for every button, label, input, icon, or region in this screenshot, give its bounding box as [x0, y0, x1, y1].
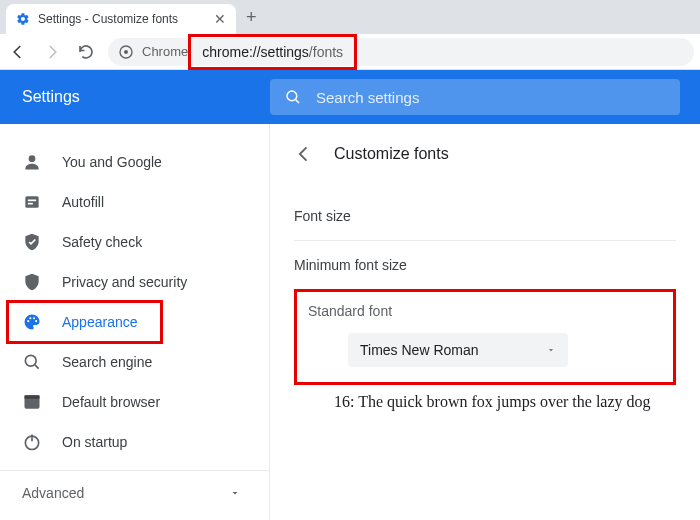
sidebar-item-you-and-google[interactable]: You and Google [0, 142, 253, 182]
browser-toolbar: Chrome chrome://settings/fonts [0, 34, 700, 70]
url-text: chrome://settings/fonts [202, 44, 343, 60]
close-icon[interactable]: ✕ [214, 11, 226, 27]
new-tab-button[interactable]: + [246, 7, 257, 28]
main-panel: Customize fonts Font size Minimum font s… [270, 124, 700, 520]
dropdown-value: Times New Roman [360, 342, 479, 358]
sidebar-item-appearance[interactable]: Appearance [0, 302, 253, 342]
autofill-icon [22, 192, 42, 212]
svg-point-9 [33, 317, 35, 319]
sidebar-advanced[interactable]: Advanced [0, 471, 269, 515]
sidebar-item-default-browser[interactable]: Default browser [0, 382, 253, 422]
svg-point-7 [27, 320, 29, 322]
shield-check-icon [22, 232, 42, 252]
settings-header: Settings [0, 70, 700, 124]
svg-point-3 [29, 155, 36, 162]
svg-point-2 [287, 91, 297, 101]
sidebar: You and Google Autofill Safety check Pri… [0, 124, 270, 520]
advanced-label: Advanced [22, 485, 84, 501]
svg-point-11 [25, 355, 36, 366]
sidebar-item-on-startup[interactable]: On startup [0, 422, 253, 462]
sidebar-item-label: On startup [62, 434, 127, 450]
chevron-down-icon [229, 487, 241, 499]
search-icon [22, 352, 42, 372]
page-title: Customize fonts [334, 145, 449, 163]
sidebar-item-autofill[interactable]: Autofill [0, 182, 253, 222]
sidebar-item-privacy[interactable]: Privacy and security [0, 262, 253, 302]
settings-title: Settings [0, 88, 270, 106]
search-input[interactable] [316, 89, 666, 106]
tab-strip: Settings - Customize fonts ✕ + [0, 0, 700, 34]
chevron-down-icon [546, 345, 556, 355]
site-chip-icon [118, 44, 134, 60]
svg-point-10 [35, 320, 37, 322]
omnibox[interactable]: Chrome chrome://settings/fonts [108, 38, 694, 66]
svg-rect-5 [28, 200, 36, 202]
standard-font-label: Standard font [308, 303, 662, 319]
sidebar-item-label: Safety check [62, 234, 142, 250]
sidebar-item-safety-check[interactable]: Safety check [0, 222, 253, 262]
svg-rect-13 [25, 395, 40, 398]
browser-tab[interactable]: Settings - Customize fonts ✕ [6, 4, 236, 34]
sidebar-item-label: Privacy and security [62, 274, 187, 290]
forward-button[interactable] [40, 40, 64, 64]
browser-icon [22, 392, 42, 412]
sidebar-item-search-engine[interactable]: Search engine [0, 342, 253, 382]
sidebar-item-label: Default browser [62, 394, 160, 410]
chrome-chip-label: Chrome [142, 44, 188, 59]
search-icon [284, 88, 302, 106]
reload-button[interactable] [74, 40, 98, 64]
min-font-size-row[interactable]: Minimum font size [294, 241, 676, 289]
min-font-size-label: Minimum font size [294, 257, 407, 273]
svg-point-1 [124, 50, 128, 54]
standard-font-dropdown[interactable]: Times New Roman [348, 333, 568, 367]
font-size-label: Font size [294, 208, 351, 224]
gear-icon [16, 12, 30, 26]
power-icon [22, 432, 42, 452]
font-size-row[interactable]: Font size [294, 192, 676, 241]
font-sample-text: 16: The quick brown fox jumps over the l… [294, 385, 700, 411]
svg-rect-6 [28, 203, 33, 205]
svg-rect-4 [25, 196, 38, 208]
sidebar-item-label: Autofill [62, 194, 104, 210]
palette-icon [22, 312, 42, 332]
back-arrow-button[interactable] [294, 144, 314, 164]
sidebar-item-label: You and Google [62, 154, 162, 170]
search-settings[interactable] [270, 79, 680, 115]
person-icon [22, 152, 42, 172]
standard-font-block: Standard font Times New Roman [294, 289, 676, 385]
shield-icon [22, 272, 42, 292]
sidebar-item-label: Appearance [62, 314, 138, 330]
sidebar-item-label: Search engine [62, 354, 152, 370]
tab-title: Settings - Customize fonts [38, 12, 206, 26]
svg-point-8 [29, 317, 31, 319]
back-button[interactable] [6, 40, 30, 64]
